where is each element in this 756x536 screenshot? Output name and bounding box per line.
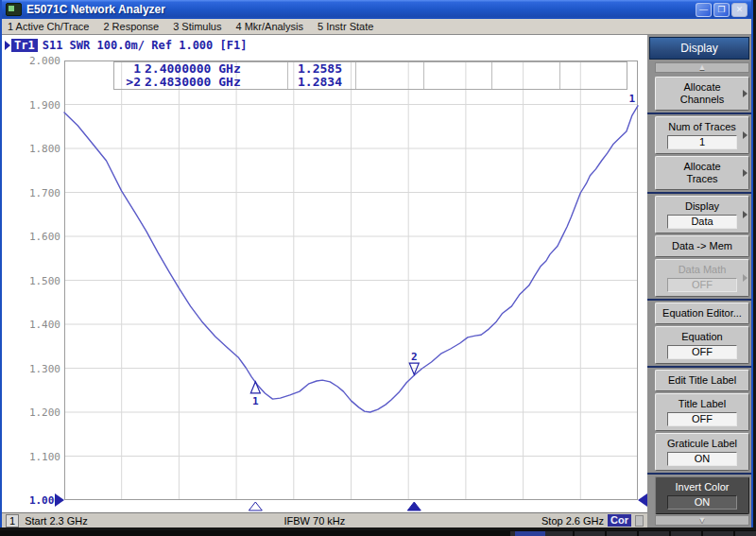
status-bar-right: Stop 2.6 GHz Cor (541, 514, 644, 527)
softkey-group-separator (647, 112, 751, 114)
menu-item[interactable]: 4 Mkr/Analysis (235, 21, 303, 32)
softkey-allocate-traces[interactable]: Allocate Traces (655, 156, 749, 190)
softkey-value: ON (667, 495, 737, 510)
softkey-allocate-channels[interactable]: Allocate Channels (655, 77, 749, 111)
softkey-group-separator (647, 192, 751, 194)
menu-item[interactable]: 1 Active Ch/Trace (8, 21, 89, 32)
status-chip (635, 515, 644, 527)
softkey-value: OFF (667, 345, 737, 359)
softkey-label: Edit Title Label (658, 374, 747, 387)
softkey-group-separator (647, 366, 751, 368)
softkey-group-separator (647, 473, 751, 475)
softkey-value: 1 (667, 135, 737, 149)
softkey-data-mem[interactable]: Data -> Mem (655, 235, 749, 257)
softkey-num-of-traces[interactable]: Num of Traces1 (655, 116, 749, 154)
active-trace-arrow-icon (5, 41, 10, 50)
softkey-label: Graticule Label (658, 438, 747, 450)
softkey-invert-color[interactable]: Invert ColorON (655, 476, 749, 514)
channel-indicator: 1 (6, 514, 19, 527)
y-tick-label: 1.800 (21, 143, 60, 155)
marker-table-divider (559, 62, 560, 89)
ifbw-label: IFBW 70 kHz (88, 515, 541, 527)
maximize-button[interactable]: ❐ (713, 3, 730, 17)
y-tick-label: 1.500 (21, 275, 60, 287)
marker-table-divider (423, 62, 424, 89)
correction-badge: Cor (608, 514, 631, 527)
softkey-label: Invert Color (658, 481, 747, 493)
taskbar-segments (510, 531, 756, 536)
softkey-label: Num of Traces (658, 121, 747, 133)
y-tick-label: 1.400 (21, 319, 60, 331)
softkey-value: OFF (667, 278, 737, 292)
y-tick-label: 1.900 (21, 99, 60, 112)
stop-frequency-label: Stop 2.6 GHz (541, 515, 604, 527)
softkey-data-math[interactable]: Data MathOFF (655, 259, 749, 297)
softkey-label: Display (658, 200, 747, 213)
menu-item[interactable]: 5 Instr State (318, 21, 373, 32)
close-button[interactable]: ✕ (731, 3, 747, 17)
y-tick-label: 1.000 (21, 494, 60, 507)
menu-item[interactable]: 3 Stimulus (173, 21, 221, 32)
taskbar-strip (0, 530, 756, 536)
reference-level-right-icon[interactable] (638, 493, 647, 507)
softkey-equation[interactable]: EquationOFF (655, 326, 749, 364)
y-tick-label: 1.700 (21, 187, 60, 199)
marker-stimulus: 2.4000000 GHz (145, 62, 294, 76)
marker-number: >2 (118, 76, 141, 89)
softkey-group-separator (647, 299, 751, 301)
y-tick-label: 1.300 (21, 363, 60, 375)
stimulus-marker-2-icon[interactable] (407, 502, 421, 510)
menu-bar: 1 Active Ch/Trace2 Response3 Stimulus4 M… (2, 19, 751, 35)
status-bar: 1 Start 2.3 GHz IFBW 70 kHz Stop 2.6 GHz… (2, 512, 647, 527)
softkey-label: Title Label (658, 398, 747, 410)
marker-table-divider (287, 62, 288, 89)
y-tick-label: 2.000 (21, 55, 60, 67)
marker-readout-row: 1 2.4000000 GHz 1.2585 (114, 62, 627, 76)
minimize-button[interactable]: — (696, 3, 712, 17)
window-controls: — ❐ ✕ (696, 3, 747, 17)
softkey-edit-title-label[interactable]: Edit Title Label (655, 370, 749, 391)
chevron-right-icon (743, 90, 747, 97)
marker-readout-box: 1 2.4000000 GHz 1.2585 >2 2.4830000 GHz … (113, 61, 627, 90)
start-frequency-label: Start 2.3 GHz (25, 515, 88, 527)
instrument-screen: 112 Tr1 S11 SWR 100.0m/ Ref 1.000 [F1] 2… (2, 35, 647, 527)
softkey-equation-editor[interactable]: Equation Editor... (655, 303, 749, 324)
softkey-display[interactable]: DisplayData (655, 196, 749, 233)
marker-readout-row: >2 2.4830000 GHz 1.2834 (114, 76, 627, 89)
marker-stimulus: 2.4830000 GHz (145, 76, 294, 89)
chevron-right-icon (743, 169, 747, 177)
minimize-icon: — (699, 6, 708, 14)
window-title: E5071C Network Analyzer (26, 3, 696, 16)
scroll-down-icon: ▼ (698, 516, 707, 525)
softkey-sidebar: Display ▲ Allocate ChannelsNum of Traces… (647, 35, 751, 527)
marker-2-label: 2 (411, 351, 418, 363)
softkey-menu-title: Display (649, 37, 749, 60)
y-tick-label: 1.200 (21, 406, 60, 419)
softkey-label: Data Math (658, 264, 747, 276)
chevron-right-icon (743, 131, 747, 139)
app-window: E5071C Network Analyzer — ❐ ✕ 1 Active C… (0, 0, 753, 527)
trace-id-badge[interactable]: Tr1 (11, 39, 38, 52)
menu-item[interactable]: 2 Response (103, 21, 159, 32)
scroll-up-button[interactable]: ▲ (655, 62, 749, 73)
softkey-value: ON (667, 452, 737, 466)
scroll-down-button[interactable]: ▼ (655, 515, 749, 526)
y-tick-label: 1.600 (21, 231, 60, 243)
marker-value: 1.2834 (298, 76, 627, 89)
softkey-graticule-label[interactable]: Graticule LabelON (655, 433, 749, 471)
marker-table-divider (491, 62, 492, 89)
stimulus-marker-1-icon[interactable] (249, 502, 262, 510)
desktop: E5071C Network Analyzer — ❐ ✕ 1 Active C… (0, 0, 756, 536)
softkey-value: OFF (667, 412, 737, 426)
title-bar[interactable]: E5071C Network Analyzer — ❐ ✕ (2, 0, 751, 19)
taskbar-active-segment[interactable] (515, 531, 545, 536)
softkey-label: Equation (658, 331, 747, 343)
softkey-label: Allocate Traces (658, 161, 747, 185)
chevron-right-icon (743, 211, 747, 218)
softkey-label: Data -> Mem (658, 240, 747, 252)
scroll-up-icon: ▲ (698, 63, 707, 72)
y-tick-label: 1.100 (21, 451, 60, 463)
trace-end-label: 1 (628, 93, 635, 105)
maximize-icon: ❐ (717, 6, 725, 14)
softkey-title-label[interactable]: Title LabelOFF (655, 393, 749, 431)
